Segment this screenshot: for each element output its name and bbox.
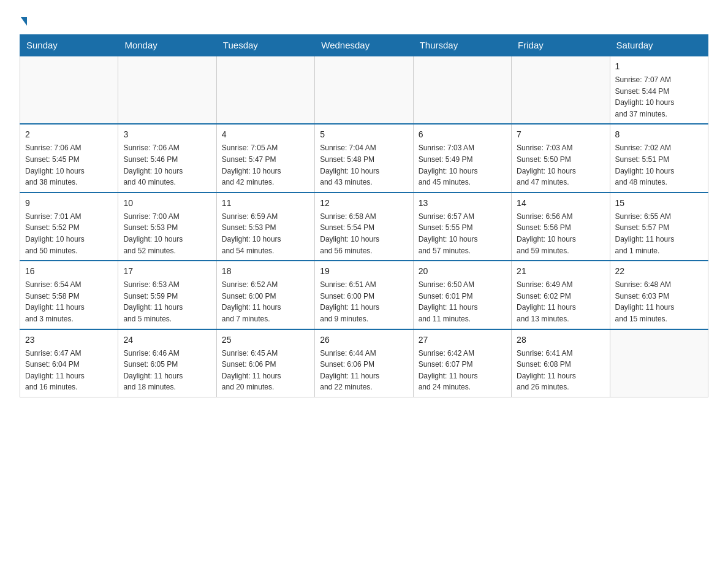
calendar-week-row: 1Sunrise: 7:07 AM Sunset: 5:44 PM Daylig… xyxy=(20,56,708,124)
calendar-week-row: 9Sunrise: 7:01 AM Sunset: 5:52 PM Daylig… xyxy=(20,193,708,261)
day-number: 8 xyxy=(615,128,703,141)
day-of-week-header: Monday xyxy=(118,35,216,56)
day-info: Sunrise: 6:53 AM Sunset: 5:59 PM Dayligh… xyxy=(123,279,211,324)
day-info: Sunrise: 6:49 AM Sunset: 6:02 PM Dayligh… xyxy=(517,279,604,324)
day-info: Sunrise: 7:03 AM Sunset: 5:49 PM Dayligh… xyxy=(419,142,506,188)
calendar-day-cell: 25Sunrise: 6:45 AM Sunset: 6:06 PM Dayli… xyxy=(216,329,314,397)
day-info: Sunrise: 6:42 AM Sunset: 6:07 PM Dayligh… xyxy=(419,348,506,393)
calendar-day-cell: 15Sunrise: 6:55 AM Sunset: 5:57 PM Dayli… xyxy=(610,193,708,261)
day-info: Sunrise: 6:52 AM Sunset: 6:00 PM Dayligh… xyxy=(222,279,309,324)
calendar-day-cell: 1Sunrise: 7:07 AM Sunset: 5:44 PM Daylig… xyxy=(610,56,708,124)
calendar-day-cell: 22Sunrise: 6:48 AM Sunset: 6:03 PM Dayli… xyxy=(610,261,708,329)
day-info: Sunrise: 6:44 AM Sunset: 6:06 PM Dayligh… xyxy=(320,348,408,393)
calendar-day-cell: 19Sunrise: 6:51 AM Sunset: 6:00 PM Dayli… xyxy=(315,261,413,329)
day-of-week-header: Tuesday xyxy=(216,35,314,56)
calendar-week-row: 16Sunrise: 6:54 AM Sunset: 5:58 PM Dayli… xyxy=(20,261,708,329)
calendar-day-cell: 21Sunrise: 6:49 AM Sunset: 6:02 PM Dayli… xyxy=(512,261,610,329)
calendar-header-row: SundayMondayTuesdayWednesdayThursdayFrid… xyxy=(20,35,708,56)
calendar-day-cell: 26Sunrise: 6:44 AM Sunset: 6:06 PM Dayli… xyxy=(315,329,413,397)
day-number: 11 xyxy=(222,197,309,210)
day-number: 3 xyxy=(123,128,211,141)
day-number: 27 xyxy=(419,334,506,347)
day-of-week-header: Sunday xyxy=(20,35,118,56)
calendar-day-cell xyxy=(216,56,314,124)
day-number: 10 xyxy=(123,197,211,210)
day-number: 17 xyxy=(123,265,211,278)
day-number: 13 xyxy=(419,197,506,210)
calendar-day-cell: 11Sunrise: 6:59 AM Sunset: 5:53 PM Dayli… xyxy=(216,193,314,261)
day-info: Sunrise: 6:41 AM Sunset: 6:08 PM Dayligh… xyxy=(517,348,604,393)
day-info: Sunrise: 6:59 AM Sunset: 5:53 PM Dayligh… xyxy=(222,211,309,256)
day-number: 20 xyxy=(419,265,506,278)
day-number: 18 xyxy=(222,265,309,278)
day-number: 7 xyxy=(517,128,604,141)
calendar-day-cell xyxy=(315,56,413,124)
day-number: 24 xyxy=(123,334,211,347)
day-number: 16 xyxy=(25,265,113,278)
day-of-week-header: Saturday xyxy=(610,35,708,56)
day-info: Sunrise: 7:03 AM Sunset: 5:50 PM Dayligh… xyxy=(517,142,604,188)
calendar-day-cell: 7Sunrise: 7:03 AM Sunset: 5:50 PM Daylig… xyxy=(512,124,610,192)
day-info: Sunrise: 6:45 AM Sunset: 6:06 PM Dayligh… xyxy=(222,348,309,393)
calendar-day-cell: 23Sunrise: 6:47 AM Sunset: 6:04 PM Dayli… xyxy=(20,329,118,397)
calendar-day-cell: 5Sunrise: 7:04 AM Sunset: 5:48 PM Daylig… xyxy=(315,124,413,192)
calendar-day-cell: 18Sunrise: 6:52 AM Sunset: 6:00 PM Dayli… xyxy=(216,261,314,329)
day-number: 6 xyxy=(419,128,506,141)
day-info: Sunrise: 7:00 AM Sunset: 5:53 PM Dayligh… xyxy=(123,211,211,256)
calendar-day-cell: 24Sunrise: 6:46 AM Sunset: 6:05 PM Dayli… xyxy=(118,329,216,397)
day-info: Sunrise: 7:02 AM Sunset: 5:51 PM Dayligh… xyxy=(615,142,703,188)
day-info: Sunrise: 6:51 AM Sunset: 6:00 PM Dayligh… xyxy=(320,279,408,324)
calendar-day-cell: 3Sunrise: 7:06 AM Sunset: 5:46 PM Daylig… xyxy=(118,124,216,192)
calendar-day-cell: 27Sunrise: 6:42 AM Sunset: 6:07 PM Dayli… xyxy=(413,329,511,397)
day-number: 25 xyxy=(222,334,309,347)
calendar-day-cell: 4Sunrise: 7:05 AM Sunset: 5:47 PM Daylig… xyxy=(216,124,314,192)
day-number: 19 xyxy=(320,265,408,278)
calendar-day-cell xyxy=(610,329,708,397)
calendar-day-cell: 9Sunrise: 7:01 AM Sunset: 5:52 PM Daylig… xyxy=(20,193,118,261)
calendar-day-cell xyxy=(413,56,511,124)
day-number: 21 xyxy=(517,265,604,278)
day-number: 4 xyxy=(222,128,309,141)
day-info: Sunrise: 7:05 AM Sunset: 5:47 PM Dayligh… xyxy=(222,142,309,188)
day-of-week-header: Thursday xyxy=(413,35,511,56)
day-number: 9 xyxy=(25,197,113,210)
calendar-day-cell: 28Sunrise: 6:41 AM Sunset: 6:08 PM Dayli… xyxy=(512,329,610,397)
day-info: Sunrise: 6:46 AM Sunset: 6:05 PM Dayligh… xyxy=(123,348,211,393)
day-number: 26 xyxy=(320,334,408,347)
logo-arrow-icon xyxy=(21,17,27,26)
calendar-day-cell: 6Sunrise: 7:03 AM Sunset: 5:49 PM Daylig… xyxy=(413,124,511,192)
day-number: 28 xyxy=(517,334,604,347)
calendar-day-cell: 13Sunrise: 6:57 AM Sunset: 5:55 PM Dayli… xyxy=(413,193,511,261)
calendar-day-cell: 17Sunrise: 6:53 AM Sunset: 5:59 PM Dayli… xyxy=(118,261,216,329)
day-info: Sunrise: 6:48 AM Sunset: 6:03 PM Dayligh… xyxy=(615,279,703,324)
day-info: Sunrise: 7:04 AM Sunset: 5:48 PM Dayligh… xyxy=(320,142,408,188)
day-info: Sunrise: 6:56 AM Sunset: 5:56 PM Dayligh… xyxy=(517,211,604,256)
page-header xyxy=(20,15,708,25)
day-number: 23 xyxy=(25,334,113,347)
day-number: 12 xyxy=(320,197,408,210)
day-number: 22 xyxy=(615,265,703,278)
day-info: Sunrise: 6:58 AM Sunset: 5:54 PM Dayligh… xyxy=(320,211,408,256)
day-info: Sunrise: 6:47 AM Sunset: 6:04 PM Dayligh… xyxy=(25,348,113,393)
day-info: Sunrise: 7:06 AM Sunset: 5:45 PM Dayligh… xyxy=(25,142,113,188)
day-info: Sunrise: 6:50 AM Sunset: 6:01 PM Dayligh… xyxy=(419,279,506,324)
logo xyxy=(20,15,27,25)
day-number: 2 xyxy=(25,128,113,141)
day-number: 15 xyxy=(615,197,703,210)
calendar-day-cell: 16Sunrise: 6:54 AM Sunset: 5:58 PM Dayli… xyxy=(20,261,118,329)
day-number: 1 xyxy=(615,60,703,73)
calendar-day-cell: 2Sunrise: 7:06 AM Sunset: 5:45 PM Daylig… xyxy=(20,124,118,192)
calendar-day-cell xyxy=(118,56,216,124)
calendar-day-cell: 8Sunrise: 7:02 AM Sunset: 5:51 PM Daylig… xyxy=(610,124,708,192)
calendar-day-cell xyxy=(20,56,118,124)
day-number: 14 xyxy=(517,197,604,210)
calendar-week-row: 2Sunrise: 7:06 AM Sunset: 5:45 PM Daylig… xyxy=(20,124,708,192)
day-info: Sunrise: 7:01 AM Sunset: 5:52 PM Dayligh… xyxy=(25,211,113,256)
day-number: 5 xyxy=(320,128,408,141)
day-info: Sunrise: 7:07 AM Sunset: 5:44 PM Dayligh… xyxy=(615,74,703,120)
calendar-day-cell xyxy=(512,56,610,124)
day-of-week-header: Wednesday xyxy=(315,35,413,56)
day-info: Sunrise: 6:55 AM Sunset: 5:57 PM Dayligh… xyxy=(615,211,703,256)
calendar-day-cell: 10Sunrise: 7:00 AM Sunset: 5:53 PM Dayli… xyxy=(118,193,216,261)
day-info: Sunrise: 7:06 AM Sunset: 5:46 PM Dayligh… xyxy=(123,142,211,188)
